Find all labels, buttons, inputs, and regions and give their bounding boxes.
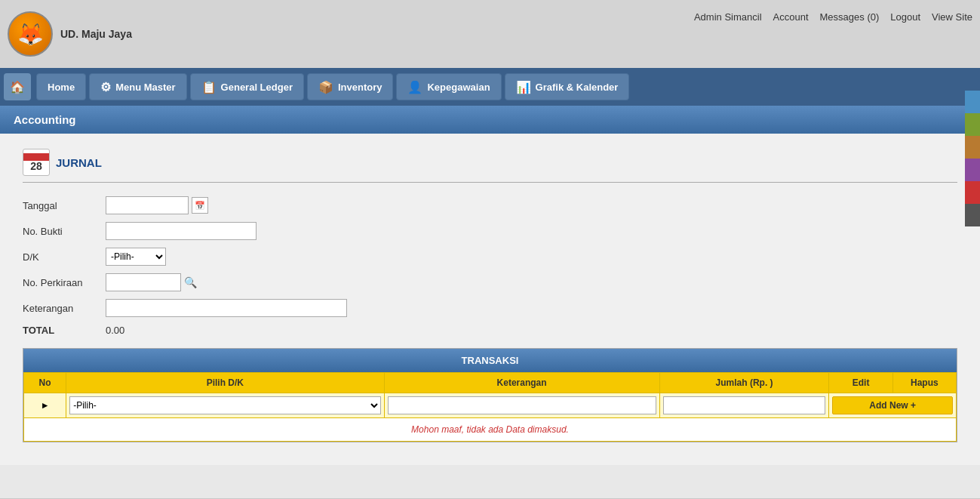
account-link[interactable]: Account xyxy=(773,11,809,23)
nav-menu-master-label: Menu Master xyxy=(115,82,175,93)
row-keterangan-cell xyxy=(384,393,659,418)
nav-general-ledger[interactable]: 📋 General Ledger xyxy=(190,73,304,100)
nav-grafik-kalender-label: Grafik & Kalender xyxy=(536,82,619,93)
logo-icon: 🦊 xyxy=(17,22,44,47)
table-header-row: No Pilih D/K Keterangan Jumlah (Rp. ) Ed… xyxy=(24,373,957,393)
admin-label: Admin Simancil xyxy=(694,11,762,23)
calendar-icon: 28 xyxy=(23,149,50,176)
header: 🦊 UD. Maju Jaya Admin Simancil Account M… xyxy=(0,0,980,68)
row-pilihdk-select[interactable]: -Pilih- Debit Kredit xyxy=(69,396,380,414)
nav-general-ledger-label: General Ledger xyxy=(221,82,293,93)
nav-inventory-label: Inventory xyxy=(338,82,382,93)
table-row: ► -Pilih- Debit Kredit xyxy=(24,393,957,418)
dk-row: D/K -Pilih- Debit Kredit xyxy=(23,248,957,266)
transaksi-container: TRANSAKSI No Pilih D/K Keterangan Jumlah… xyxy=(23,348,957,442)
row-jumlah-cell xyxy=(659,393,829,418)
dk-label: D/K xyxy=(23,251,106,263)
noperkiraan-search-button[interactable]: 🔍 xyxy=(184,276,197,288)
jurnal-header: 28 JURNAL xyxy=(23,149,957,183)
row-arrow: ► xyxy=(24,393,66,418)
row-addnew-cell: Add New + xyxy=(829,393,957,418)
col-no: No xyxy=(24,373,66,393)
logout-link[interactable]: Logout xyxy=(890,11,920,23)
row-keterangan-input[interactable] xyxy=(388,396,656,414)
col-keterangan: Keterangan xyxy=(384,373,659,393)
error-row: Mohon maaf, tidak ada Data dimaksud. xyxy=(24,418,957,442)
chart-icon: 📊 xyxy=(516,80,531,94)
keterangan-row: Keterangan xyxy=(23,299,957,317)
col-edit: Edit xyxy=(829,373,892,393)
top-nav: Admin Simancil Account Messages (0) Logo… xyxy=(694,11,972,23)
logo: 🦊 xyxy=(8,11,53,57)
nav-inventory[interactable]: 📦 Inventory xyxy=(307,73,394,100)
calendar-number: 28 xyxy=(30,161,42,171)
main-nav: 🏠 Home ⚙ Menu Master 📋 General Ledger 📦 … xyxy=(0,68,980,106)
form-area: 28 JURNAL Tanggal 📅 No. Bukti D/K -Pilih… xyxy=(0,134,980,465)
ledger-icon: 📋 xyxy=(201,80,217,94)
col-jumlah: Jumlah (Rp. ) xyxy=(659,373,829,393)
transaksi-header: TRANSAKSI xyxy=(23,349,957,372)
company-name: UD. Maju Jaya xyxy=(60,28,132,40)
transaksi-table: No Pilih D/K Keterangan Jumlah (Rp. ) Ed… xyxy=(23,372,957,442)
color-swatch-purple[interactable] xyxy=(965,159,980,181)
nobukti-input[interactable] xyxy=(106,222,257,240)
nobukti-label: No. Bukti xyxy=(23,226,106,237)
section-title: Accounting xyxy=(14,113,76,126)
color-swatch-tan[interactable] xyxy=(965,136,980,159)
nobukti-row: No. Bukti xyxy=(23,222,957,240)
row-jumlah-input[interactable] xyxy=(663,396,826,414)
color-swatch-blue[interactable] xyxy=(965,91,980,113)
color-swatch-green[interactable] xyxy=(965,113,980,136)
error-message: Mohon maaf, tidak ada Data dimaksud. xyxy=(24,418,957,442)
keterangan-input[interactable] xyxy=(106,299,347,317)
home-button[interactable]: 🏠 xyxy=(4,73,31,100)
noperkiraan-row: No. Perkiraan 🔍 xyxy=(23,273,957,291)
color-swatch-gray[interactable] xyxy=(965,204,980,226)
content: Accounting 28 JURNAL Tanggal 📅 No. Bukti… xyxy=(0,106,980,498)
total-row: TOTAL 0.00 xyxy=(23,325,957,336)
tanggal-row: Tanggal 📅 xyxy=(23,196,957,214)
row-pilih-dk-cell: -Pilih- Debit Kredit xyxy=(66,393,384,418)
jurnal-title: JURNAL xyxy=(56,156,102,169)
col-hapus: Hapus xyxy=(892,373,956,393)
tanggal-label: Tanggal xyxy=(23,200,106,211)
add-new-button[interactable]: Add New + xyxy=(832,396,953,414)
transaksi-title: TRANSAKSI xyxy=(462,355,519,366)
dk-select[interactable]: -Pilih- Debit Kredit xyxy=(106,248,166,266)
noperkiraan-input[interactable] xyxy=(106,273,181,291)
nav-home[interactable]: Home xyxy=(36,73,86,100)
noperkiraan-label: No. Perkiraan xyxy=(23,277,106,288)
nav-grafik-kalender[interactable]: 📊 Grafik & Kalender xyxy=(505,73,630,100)
tanggal-input[interactable] xyxy=(106,196,189,214)
color-swatch-red[interactable] xyxy=(965,181,980,204)
nav-menu-master[interactable]: ⚙ Menu Master xyxy=(89,73,186,100)
messages-link[interactable]: Messages (0) xyxy=(820,11,880,23)
nav-kepegawaian[interactable]: 👤 Kepegawaian xyxy=(396,73,501,100)
total-value: 0.00 xyxy=(106,325,124,336)
nav-home-label: Home xyxy=(48,82,75,93)
inventory-icon: 📦 xyxy=(318,80,333,94)
calendar-picker-button[interactable]: 📅 xyxy=(192,197,208,214)
color-bar xyxy=(965,91,980,226)
keterangan-label: Keterangan xyxy=(23,303,106,314)
total-label: TOTAL xyxy=(23,325,106,336)
employee-icon: 👤 xyxy=(407,80,422,94)
view-site-link[interactable]: View Site xyxy=(932,11,972,23)
section-header: Accounting xyxy=(0,106,980,134)
gear-icon: ⚙ xyxy=(100,80,111,94)
col-pilih-dk: Pilih D/K xyxy=(66,373,384,393)
nav-kepegawaian-label: Kepegawaian xyxy=(427,82,490,93)
